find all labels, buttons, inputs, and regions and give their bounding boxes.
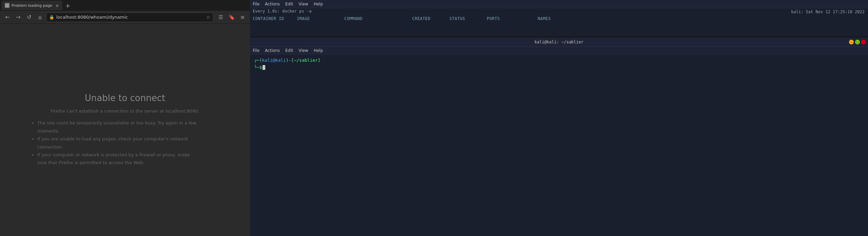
col-image: IMAGE <box>297 16 344 21</box>
terminal-bottom-menubar: File Actions Edit View Help <box>250 47 868 54</box>
terminal-content[interactable]: ┌─(kali@kali)-[~/sablier] └─$ <box>250 54 868 236</box>
terminal-bottom-titlebar: kali@kali: ~/sablier − □ × <box>250 37 868 47</box>
error-list-item: The site could be temporarily unavailabl… <box>37 119 200 135</box>
prompt-user: kali@kali <box>262 57 286 64</box>
menu-file-bottom[interactable]: File <box>253 48 259 53</box>
menu-view[interactable]: View <box>298 2 308 6</box>
minimize-button[interactable]: − <box>849 40 854 44</box>
terminal-bottom: kali@kali: ~/sablier − □ × File Actions … <box>250 37 868 236</box>
terminal-bottom-title: kali@kali: ~/sablier <box>535 40 584 44</box>
bookmarks-icon[interactable]: 🔖 <box>227 13 236 22</box>
browser-content: Unable to connect Firefox can't establis… <box>0 24 250 236</box>
tab-bar: ⚠ Problem loading page × + <box>0 0 250 11</box>
col-names: NAMES <box>538 16 589 21</box>
error-title: Unable to connect <box>85 93 165 103</box>
col-status: STATUS <box>449 16 487 21</box>
prompt-bracket-open: ┌─( <box>254 57 262 64</box>
firefox-window: ⚠ Problem loading page × + ← → ↺ ⌂ 🔒 loc… <box>0 0 250 236</box>
menu-actions-bottom[interactable]: Actions <box>265 48 280 53</box>
prompt-bracket-close: )-[~/sablier] <box>286 57 321 64</box>
error-list-item: If your computer or network is protected… <box>37 151 200 167</box>
prompt-line-1: ┌─(kali@kali)-[~/sablier] <box>254 57 864 64</box>
tab-favicon: ⚠ <box>5 3 9 8</box>
address-bar[interactable]: 🔒 localhost:8080/whoami/dynamic ☆ <box>46 13 213 22</box>
forward-button[interactable]: → <box>14 13 23 22</box>
back-button[interactable]: ← <box>3 13 12 22</box>
nav-right-icons: ☰ 🔖 ≡ <box>216 13 247 22</box>
error-subtitle: Firefox can't establish a connection to … <box>51 109 199 114</box>
menu-help-bottom[interactable]: Help <box>314 48 323 53</box>
cursor <box>263 65 265 70</box>
col-created: CREATED <box>412 16 449 21</box>
new-tab-button[interactable]: + <box>63 1 73 10</box>
bookmark-star-icon[interactable]: ☆ <box>206 15 210 20</box>
terminal-bottom-win-controls: − □ × <box>849 40 866 44</box>
maximize-button[interactable]: □ <box>855 40 860 44</box>
terminal-top: File Actions Edit View Help Every 1.0s: … <box>250 0 868 37</box>
menu-help[interactable]: Help <box>314 2 323 6</box>
docker-table-rows-empty <box>250 23 868 37</box>
menu-edit-bottom[interactable]: Edit <box>285 48 293 53</box>
watch-header: Every 1.0s: docker ps -a <box>250 8 868 14</box>
reader-mode-icon[interactable]: ☰ <box>216 13 226 22</box>
home-button[interactable]: ⌂ <box>35 13 45 22</box>
url-text: localhost:8080/whoami/dynamic <box>56 15 204 20</box>
menu-edit[interactable]: Edit <box>285 2 293 6</box>
prompt-dollar: └─$ <box>254 64 262 71</box>
menu-view-bottom[interactable]: View <box>298 48 308 53</box>
col-ports: PORTS <box>487 16 538 21</box>
watch-command: Every 1.0s: docker ps -a <box>253 9 311 14</box>
navigation-bar: ← → ↺ ⌂ 🔒 localhost:8080/whoami/dynamic … <box>0 11 250 24</box>
tab-close-button[interactable]: × <box>55 3 59 8</box>
col-command: COMMAND <box>344 16 412 21</box>
menu-icon[interactable]: ≡ <box>238 13 247 22</box>
terminal-clock: kali: Sat Nov 12 17:25:18 2022 <box>791 9 865 14</box>
prompt-line-2: └─$ <box>254 64 864 71</box>
tab-title: Problem loading page <box>12 3 53 8</box>
col-container-id: CONTAINER ID <box>253 16 297 21</box>
close-button[interactable]: × <box>861 40 866 44</box>
error-list: The site could be temporarily unavailabl… <box>31 119 200 166</box>
docker-table-header: CONTAINER ID IMAGE COMMAND CREATED STATU… <box>253 16 865 22</box>
tab-problem-loading[interactable]: ⚠ Problem loading page × <box>1 1 62 10</box>
error-list-item: If you are unable to load any pages, che… <box>37 135 200 151</box>
reload-button[interactable]: ↺ <box>24 13 34 22</box>
terminal-top-menubar: File Actions Edit View Help <box>250 0 868 8</box>
terminal-pane: File Actions Edit View Help Every 1.0s: … <box>250 0 868 236</box>
docker-table: CONTAINER ID IMAGE COMMAND CREATED STATU… <box>250 14 868 23</box>
menu-actions[interactable]: Actions <box>265 2 280 6</box>
lock-icon: 🔒 <box>49 15 54 20</box>
menu-file[interactable]: File <box>253 2 259 6</box>
